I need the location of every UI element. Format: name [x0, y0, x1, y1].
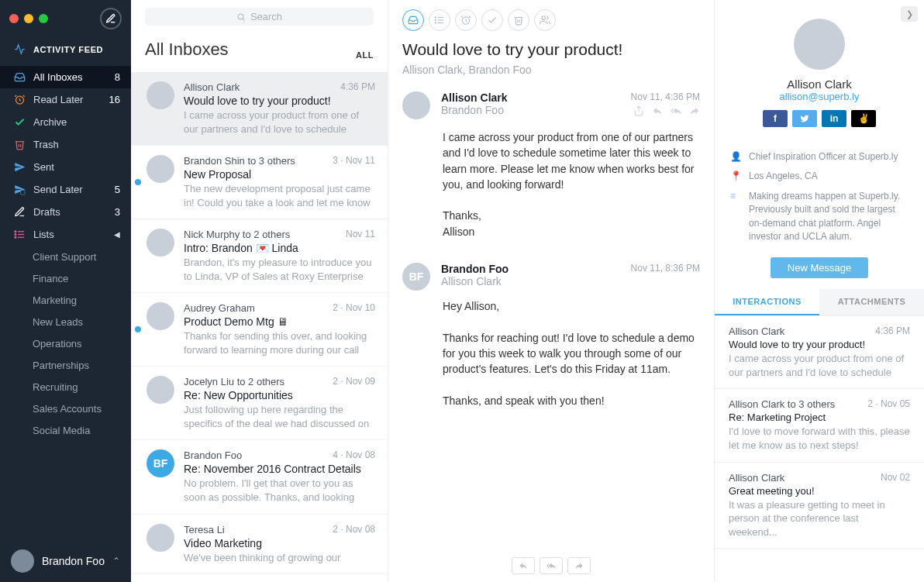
message-item[interactable]: Jocelyn Liu to 2 others2 · Nov 09 Re: Ne…: [131, 367, 388, 440]
reply-all-icon: [546, 561, 557, 570]
message-item[interactable]: Audrey Graham2 · Nov 10 Product Demo Mtg…: [131, 293, 388, 367]
message-from: Teresa Li: [184, 524, 225, 536]
message-avatar: [147, 524, 174, 552]
reply-button[interactable]: [512, 557, 535, 574]
search-icon: [236, 12, 246, 22]
snooze-button[interactable]: [455, 9, 477, 31]
sidebar-item-count: 5: [115, 184, 120, 195]
forward-button[interactable]: [567, 557, 591, 574]
message-preview: Just following up here regarding the spe…: [184, 403, 375, 430]
sidebar-activity-feed[interactable]: ACTIVITY FEED: [0, 40, 131, 66]
message-item[interactable]: Brandon Shin to 3 others3 · Nov 11 New P…: [131, 146, 388, 219]
email-body: I came across your product from one of o…: [443, 129, 700, 239]
message-avatar: [147, 229, 174, 257]
close-window-icon[interactable]: [9, 14, 19, 23]
message-preview: The new development proposal just came i…: [184, 182, 375, 209]
email-avatar: [402, 91, 430, 119]
sidebar-item-label: Trash: [33, 139, 59, 150]
email-message: Allison Clark Brandon Foo Nov 11, 4:36 P…: [402, 91, 700, 239]
message-from: Brandon Foo: [184, 449, 242, 461]
message-meta: 2 · Nov 09: [333, 376, 375, 387]
inbox-view-button[interactable]: [402, 9, 424, 31]
sidebar-list-social-media[interactable]: Social Media: [0, 419, 131, 441]
add-contact-button[interactable]: [534, 9, 556, 31]
message-item[interactable]: Nick Murphy to 2 othersNov 11 Intro: Bra…: [131, 219, 388, 293]
trash-icon: [513, 15, 524, 26]
message-item[interactable]: BF Brandon Foo4 · Nov 08 Re: November 20…: [131, 440, 388, 514]
sidebar-list-partnerships[interactable]: Partnerships: [0, 354, 131, 376]
sidebar-item-all-inboxes[interactable]: All Inboxes 8: [0, 66, 131, 88]
minimize-window-icon[interactable]: [24, 14, 33, 23]
interaction-item[interactable]: Allison Clark to 3 others2 · Nov 05 Re: …: [715, 389, 924, 462]
interaction-meta: 4:36 PM: [875, 325, 910, 337]
facebook-link[interactable]: f: [763, 110, 788, 127]
email-to: Allison Clark: [441, 275, 509, 288]
clock-icon: [14, 94, 26, 105]
search-placeholder: Search: [250, 11, 282, 22]
message-subject: Product Demo Mtg 🖥: [184, 315, 375, 328]
sidebar-list-finance[interactable]: Finance: [0, 267, 131, 289]
reply-all-icon[interactable]: [671, 105, 681, 119]
message-subject: Re: November 2016 Contract Details: [184, 463, 375, 475]
sidebar-list-marketing[interactable]: Marketing: [0, 289, 131, 311]
chevron-up-icon: ⌃: [112, 556, 120, 567]
sidebar-list-sales-accounts[interactable]: Sales Accounts: [0, 398, 131, 419]
tab-interactions[interactable]: INTERACTIONS: [715, 289, 819, 315]
sidebar-list-new-leads[interactable]: New Leads: [0, 311, 131, 332]
collapse-panel-button[interactable]: ❯: [901, 6, 918, 22]
sidebar-item-drafts[interactable]: Drafts 3: [0, 201, 131, 223]
sidebar-item-send-later[interactable]: Send Later 5: [0, 178, 131, 201]
mark-done-button[interactable]: [481, 9, 503, 31]
sidebar-item-archive[interactable]: Archive: [0, 111, 131, 133]
reply-icon[interactable]: [652, 105, 663, 119]
svg-point-6: [15, 234, 16, 236]
message-item[interactable]: Teresa Li2 · Nov 08 Video Marketing We'v…: [131, 515, 388, 575]
reply-all-button[interactable]: [540, 557, 563, 574]
svg-point-5: [15, 231, 16, 232]
message-meta: 2 · Nov 10: [333, 302, 375, 314]
tab-attachments[interactable]: ATTACHMENTS: [819, 289, 924, 315]
sidebar-list-operations[interactable]: Operations: [0, 332, 131, 354]
interaction-preview: I'd love to move forward with this, plea…: [729, 425, 910, 452]
svg-point-15: [435, 22, 436, 23]
filter-all[interactable]: ALL: [356, 50, 374, 60]
interaction-meta: Nov 02: [881, 472, 910, 484]
message-avatar: [147, 81, 174, 109]
unread-dot-icon: [135, 179, 141, 185]
delete-button[interactable]: [508, 9, 529, 31]
twitter-link[interactable]: [792, 110, 817, 127]
twitter-icon: [799, 114, 810, 123]
sidebar-list-recruiting[interactable]: Recruiting: [0, 376, 131, 398]
sidebar-item-label: Read Later: [33, 94, 83, 105]
user-footer[interactable]: Brandon Foo ⌃: [0, 540, 131, 582]
message-item[interactable]: Allison Clark4:36 PM Would love to try y…: [131, 72, 388, 146]
maximize-window-icon[interactable]: [39, 14, 48, 23]
message-preview: Brandon, it's my pleasure to introduce y…: [184, 256, 375, 283]
new-message-button[interactable]: New Message: [771, 257, 868, 278]
list-view-button[interactable]: [429, 9, 450, 31]
send-icon: [14, 161, 26, 173]
sidebar-item-lists[interactable]: Lists ◀: [0, 223, 131, 246]
message-subject: New Proposal: [184, 168, 375, 181]
interaction-item[interactable]: Allison ClarkNov 02 Great meeting you! I…: [715, 463, 924, 549]
interaction-item[interactable]: Allison Clark4:36 PM Would love to try y…: [715, 316, 924, 389]
chevron-right-icon: ❯: [906, 9, 913, 19]
forward-icon: [574, 561, 584, 570]
interaction-subject: Re: Marketing Project: [729, 412, 910, 423]
contact-avatar: [794, 19, 845, 70]
interaction-from: Allison Clark to 3 others: [729, 398, 835, 410]
forward-icon[interactable]: [689, 105, 700, 119]
users-icon: [540, 15, 550, 26]
linkedin-link[interactable]: in: [822, 110, 846, 127]
activity-feed-label: ACTIVITY FEED: [33, 45, 103, 54]
sidebar-item-trash[interactable]: Trash: [0, 133, 131, 156]
clock-icon: [460, 15, 471, 26]
contact-email[interactable]: allison@superb.ly: [727, 91, 912, 102]
search-input[interactable]: Search: [145, 8, 374, 26]
share-icon[interactable]: [633, 105, 644, 119]
compose-button[interactable]: [100, 8, 122, 29]
sidebar-item-read-later[interactable]: Read Later 16: [0, 88, 131, 111]
sidebar-list-client-support[interactable]: Client Support: [0, 246, 131, 267]
angellist-link[interactable]: ✌: [851, 110, 876, 127]
sidebar-item-sent[interactable]: Sent: [0, 156, 131, 178]
